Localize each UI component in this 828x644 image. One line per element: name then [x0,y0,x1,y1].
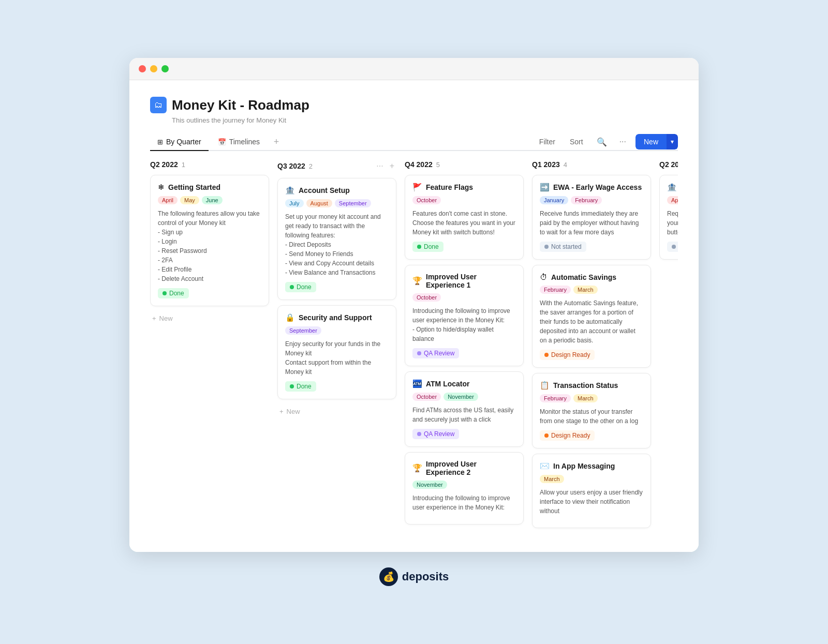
tag-june: June [202,196,223,204]
tags-atm: October November [412,393,516,401]
status-done-ff: Done [412,242,443,252]
col-more-q3-2022[interactable]: ··· [374,160,385,172]
new-button-group: New ▾ [635,134,678,149]
status-dot-g4 [417,245,421,249]
column-q4-2022: Q4 2022 5 🚩 Feature Flags October Featur… [405,160,524,533]
card-security-support[interactable]: 🔒 Security and Support September Enjoy s… [277,305,396,399]
brand-name: deposits [402,570,449,583]
brand-icon: 💰 [379,567,398,586]
card-getting-started[interactable]: ❄ Getting Started April May June The fol… [150,175,269,306]
status-done-getting-started: Done [158,288,189,298]
tabs: ⊞ By Quarter 📅 Timelines + [150,133,284,150]
tag-jan: January [540,196,568,204]
card-feature-flags[interactable]: 🚩 Feature Flags October Features don't c… [405,175,524,260]
kanban-board: Q2 2022 1 ❄ Getting Started April May Ju… [150,160,678,542]
card-q2-partial[interactable]: 🏦 B... April Requ...your v...butto... No… [659,175,678,260]
col-header-q3-2022: Q3 2022 2 ··· + [277,160,396,172]
tag-sep2: September [285,326,321,335]
card-icon-partial: 🏦 [667,183,677,192]
status-done-security: Done [285,381,316,392]
toolbar-actions: Filter Sort 🔍 ··· New ▾ [535,134,678,149]
browser-chrome [129,58,699,80]
status-partial: No... [667,242,678,252]
tag-mar2: March [573,394,598,402]
tags-feature-flags: October [412,196,516,204]
card-icon-account-setup: 🏦 [285,186,295,195]
calendar-icon: 📅 [218,138,226,146]
status-design-transaction: Design Ready [540,430,595,441]
col-header-q4-2022: Q4 2022 5 [405,160,524,169]
maximize-dot[interactable] [161,65,169,72]
tag-nov2: November [412,481,447,489]
card-auto-savings[interactable]: ⏱ Automatic Savings February March With … [532,265,651,368]
add-tab-button[interactable]: + [269,134,284,149]
card-in-app-msg[interactable]: ✉️ In App Messaging March Allow your use… [532,454,651,528]
col-header-q2-2022: Q2 2022 1 [150,160,269,169]
tags-ux2: November [412,481,516,489]
more-options-button[interactable]: ··· [616,135,629,148]
card-transaction-status[interactable]: 📋 Transaction Status February March Moni… [532,373,651,448]
table-icon: ⊞ [157,138,163,146]
column-q1-2023: Q1 2023 4 ➡️ EWA - Early Wage Access Jan… [532,160,651,533]
tag-august: August [306,199,332,207]
filter-button[interactable]: Filter [535,136,559,148]
page-subtitle: This outlines the journey for Money Kit [150,116,678,124]
tag-feb2: February [540,286,571,294]
card-icon-atm: 🏧 [412,379,422,388]
tag-july: July [285,199,304,207]
tag-april: April [158,196,178,204]
tag-september: September [335,199,371,207]
card-icon-msg: ✉️ [540,461,550,471]
status-dot-green2 [290,285,294,289]
tag-mar: March [573,286,598,294]
column-q3-2022: Q3 2022 2 ··· + 🏦 Account Setup July [277,160,396,533]
new-button[interactable]: New [635,134,667,149]
add-card-q3-2022[interactable]: + New [277,405,396,418]
tag-october: October [412,196,441,204]
tag-feb: February [571,196,602,204]
card-icon-ux2: 🏆 [412,463,422,473]
page-title: Money Kit - Roadmap [172,97,309,113]
tags-transaction: February March [540,394,643,402]
tag-nov: November [443,393,478,401]
tags-msg: March [540,475,643,483]
tags-getting-started: April May June [158,196,261,204]
card-icon-ewa: ➡️ [540,183,550,192]
status-dot-p1 [417,351,421,355]
tag-may: May [180,196,199,204]
card-icon-feature-flags: 🚩 [412,183,422,192]
card-improved-ux-1[interactable]: 🏆 Improved User Experience 1 October Int… [405,265,524,366]
card-icon-transaction: 📋 [540,381,550,390]
tag-mar3: March [540,475,564,483]
column-q2-2023: Q2 2023 3 🏦 B... April Requ...your v...b… [659,160,678,533]
tag-apr-partial: April [667,196,678,204]
tag-oct3: October [412,393,441,401]
card-account-setup[interactable]: 🏦 Account Setup July August September Se… [277,178,396,300]
plus-icon: + [152,314,156,322]
search-button[interactable]: 🔍 [594,135,610,149]
status-done-account-setup: Done [285,282,316,292]
card-icon-savings: ⏱ [540,273,548,281]
tab-timelines[interactable]: 📅 Timelines [211,133,267,151]
card-icon-getting-started: ❄ [158,183,165,192]
card-icon-ux1: 🏆 [412,276,422,286]
tag-oct2: October [412,293,441,302]
status-dot-o2 [544,433,549,438]
status-qa-ux1: QA Review [412,348,459,358]
status-design-savings: Design Ready [540,350,595,360]
card-ewa[interactable]: ➡️ EWA - Early Wage Access January Febru… [532,175,651,260]
card-improved-ux-2[interactable]: 🏆 Improved User Experience 2 November In… [405,452,524,525]
sort-button[interactable]: Sort [566,136,587,148]
tab-by-quarter[interactable]: ⊞ By Quarter [150,133,209,151]
page-icon: 🗂 [150,97,167,113]
toolbar: ⊞ By Quarter 📅 Timelines + Filter Sort 🔍… [150,133,678,151]
minimize-dot[interactable] [150,65,157,72]
card-atm-locator[interactable]: 🏧 ATM Locator October November Find ATMs… [405,371,524,447]
col-add-q3-2022[interactable]: + [388,160,396,172]
page-header: 🗂 Money Kit - Roadmap [150,97,678,113]
new-dropdown-button[interactable]: ▾ [667,134,678,149]
add-card-q2-2022[interactable]: + New [150,311,269,325]
close-dot[interactable] [139,65,146,72]
column-q2-2022: Q2 2022 1 ❄ Getting Started April May Ju… [150,160,269,533]
card-icon-security: 🔒 [285,313,295,322]
